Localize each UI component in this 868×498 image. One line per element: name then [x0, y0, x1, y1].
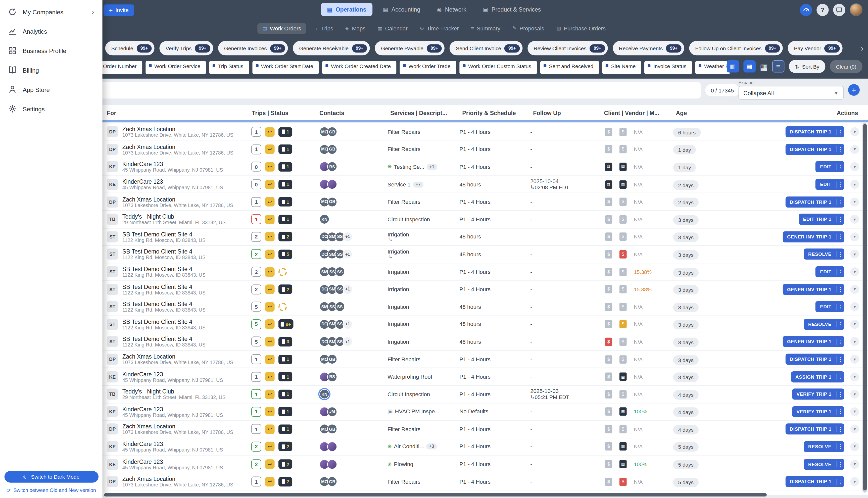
trips-count[interactable]: 1: [251, 214, 261, 224]
workflow-chip-generate-invoices[interactable]: Generate Invoices99+: [218, 41, 288, 55]
invoice-icon[interactable]: $: [605, 460, 613, 468]
expand-row-icon[interactable]: ▾: [851, 477, 859, 486]
expand-row-icon[interactable]: ▾: [851, 145, 859, 154]
contact-avatar[interactable]: GB: [327, 127, 337, 137]
trip-status-icon[interactable]: ↩: [265, 407, 274, 416]
dark-icon[interactable]: ▦: [619, 460, 627, 468]
primary-action-button[interactable]: VERIFY TRIP 1⋮: [792, 389, 844, 400]
documents-badge[interactable]: 1: [278, 127, 292, 136]
workflow-chip-verify-trips[interactable]: Verify Trips99+: [160, 41, 213, 55]
trip-status-icon[interactable]: ↩: [265, 355, 274, 364]
invoice-icon[interactable]: $: [605, 302, 613, 311]
trips-count[interactable]: 2: [251, 284, 261, 294]
chips-scroll-right-icon[interactable]: ›: [861, 43, 864, 53]
workflow-chip-generate-payable[interactable]: Generate Payable99+: [375, 41, 445, 55]
invoice-icon[interactable]: $: [619, 145, 627, 154]
contacts-more-badge[interactable]: +1: [343, 232, 353, 242]
invoice-icon[interactable]: $: [619, 267, 627, 276]
filter-summary-bar[interactable]: [4, 82, 701, 99]
column-client-vendor[interactable]: Client | Vendor | M...: [601, 109, 673, 116]
contact-avatar[interactable]: GB: [327, 197, 337, 207]
column-follow-up[interactable]: Follow Up: [530, 109, 601, 116]
tab-product-services[interactable]: ▣Product & Services: [477, 3, 547, 16]
service-more-badge[interactable]: +3: [426, 444, 437, 450]
expand-row-icon[interactable]: ▾: [851, 372, 859, 381]
more-actions-icon[interactable]: ⋮: [836, 251, 844, 257]
trips-count[interactable]: 2: [251, 267, 261, 277]
sidebar-item-my-companies[interactable]: My Companies›: [0, 2, 103, 22]
contact-avatar[interactable]: GB: [327, 354, 337, 364]
more-actions-icon[interactable]: ⋮: [836, 304, 844, 310]
red-icon[interactable]: $: [605, 338, 613, 346]
trip-status-icon[interactable]: ↩: [265, 390, 274, 399]
column-priority-schedule[interactable]: Priority & Schedule: [459, 109, 530, 116]
trips-count[interactable]: 1: [251, 144, 261, 155]
trips-count[interactable]: 1: [251, 477, 261, 487]
trip-status-icon[interactable]: ↩: [265, 249, 274, 259]
dark-icon[interactable]: ▦: [605, 180, 613, 188]
red-icon[interactable]: $: [619, 477, 627, 486]
primary-action-button[interactable]: GENER INV TRIP 1⋮: [782, 284, 844, 295]
site-name[interactable]: SB Test Demo Client Site 4: [122, 336, 206, 342]
site-name[interactable]: Teddy's - Night Club: [122, 213, 226, 220]
filter-chip-work-order-start-date[interactable]: Work Order Start Date: [252, 61, 319, 74]
invoice-icon[interactable]: $: [619, 285, 627, 293]
more-actions-icon[interactable]: ⋮: [836, 199, 844, 205]
invoice-icon[interactable]: $: [605, 355, 613, 363]
dark-icon[interactable]: ▦: [619, 408, 627, 416]
more-actions-icon[interactable]: ⋮: [836, 164, 844, 170]
filter-chip-trip-status[interactable]: Trip Status: [209, 61, 249, 74]
expand-row-icon[interactable]: ▾: [851, 233, 859, 241]
filter-chip-sent-and-received[interactable]: Sent and Received: [540, 61, 599, 74]
invoice-icon[interactable]: $: [605, 145, 613, 154]
trip-status-icon[interactable]: ↩: [265, 162, 274, 171]
column-trips-status[interactable]: Trips | Status: [249, 109, 317, 116]
primary-action-button[interactable]: EDIT⋮: [816, 301, 844, 312]
documents-badge[interactable]: 2: [278, 459, 292, 469]
invoice-icon[interactable]: $: [605, 443, 613, 451]
yellow-icon[interactable]: $: [619, 320, 627, 328]
invoice-icon[interactable]: $: [605, 390, 613, 398]
more-actions-icon[interactable]: ⋮: [836, 146, 844, 152]
trip-status-icon[interactable]: ↩: [265, 372, 274, 381]
documents-badge[interactable]: 9+: [278, 319, 293, 329]
contact-avatar[interactable]: SS: [335, 267, 345, 277]
primary-action-button[interactable]: DISPATCH TRIP 1⋮: [785, 127, 844, 137]
help-button[interactable]: ?: [816, 3, 829, 16]
documents-badge[interactable]: 1: [278, 355, 292, 364]
workflow-chip-receive-payments[interactable]: Receive Payments99+: [613, 41, 684, 55]
primary-action-button[interactable]: RESOLVE⋮: [804, 318, 844, 330]
dark-mode-toggle-button[interactable]: ☾ Switch to Dark Mode: [4, 471, 98, 483]
expand-row-icon[interactable]: ▾: [851, 390, 859, 398]
more-actions-icon[interactable]: ⋮: [836, 129, 844, 135]
expand-row-icon[interactable]: ▾: [851, 197, 859, 206]
version-switch-button[interactable]: ⟳ Switch between Old and New version: [2, 485, 101, 496]
more-actions-icon[interactable]: ⋮: [836, 286, 844, 292]
horizontal-scrollbar[interactable]: [104, 493, 767, 497]
documents-badge[interactable]: 1: [278, 180, 292, 189]
documents-badge[interactable]: 3: [278, 337, 292, 346]
expand-row-icon[interactable]: ▾: [851, 285, 859, 294]
trip-status-icon[interactable]: ↩: [265, 424, 274, 434]
more-actions-icon[interactable]: ⋮: [836, 217, 844, 222]
subtab-time-tracker[interactable]: ⊙Time Tracker: [415, 23, 464, 34]
site-name[interactable]: Zach Xmas Location: [122, 196, 234, 202]
primary-action-button[interactable]: DISPATCH TRIP 1⋮: [785, 144, 844, 155]
trip-status-icon[interactable]: ↩: [265, 459, 274, 469]
invoice-icon[interactable]: $: [605, 215, 613, 223]
clear-filters-button[interactable]: Clear (0): [830, 60, 863, 73]
trips-count[interactable]: 2: [251, 442, 261, 452]
site-name[interactable]: KinderCare 123: [122, 406, 223, 412]
invoice-icon[interactable]: $: [605, 233, 613, 241]
more-actions-icon[interactable]: ⋮: [836, 426, 844, 432]
invoice-icon[interactable]: $: [605, 285, 613, 293]
more-actions-icon[interactable]: ⋮: [836, 479, 844, 485]
primary-action-button[interactable]: RESOLVE⋮: [804, 459, 844, 470]
service-more-badge[interactable]: +7: [413, 181, 423, 187]
add-work-order-button[interactable]: +: [848, 84, 860, 96]
trip-status-icon[interactable]: ↩: [265, 197, 274, 207]
pending-status-icon[interactable]: [278, 267, 287, 276]
invoice-icon[interactable]: $: [619, 425, 627, 433]
grid-view-toggle-icon[interactable]: ▦: [760, 62, 768, 70]
column-for[interactable]: For: [104, 109, 249, 116]
